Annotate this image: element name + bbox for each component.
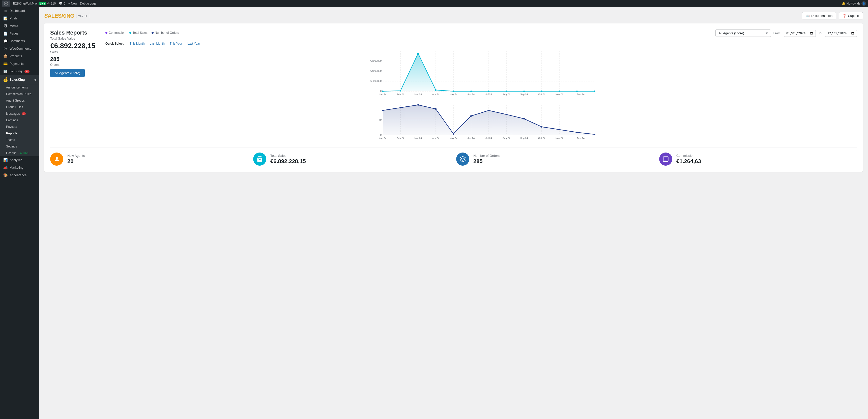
top-chart: €0 €2000000 €4000000 €6000000 xyxy=(105,49,857,99)
quick-select-this-month[interactable]: This Month xyxy=(130,42,145,45)
sidebar-item-appearance[interactable]: 🎨 Appearance xyxy=(0,171,39,179)
odp xyxy=(559,129,560,130)
sales-value: €6.892.228,15 xyxy=(50,42,95,50)
odp xyxy=(576,132,578,133)
orders-stat-label: Number of Orders xyxy=(473,154,500,158)
sidebar-item-comments[interactable]: 💬 Comments xyxy=(0,37,39,45)
pages-icon: 📄 xyxy=(3,32,7,36)
svg-text:Nov 24: Nov 24 xyxy=(556,137,563,139)
b2bking-icon: 🏢 xyxy=(3,69,7,73)
quick-select-label: Quick Select: xyxy=(105,42,125,45)
reports-title: Sales Reports xyxy=(50,30,95,36)
commission-stat-value: €1.264,63 xyxy=(676,158,701,165)
dp xyxy=(382,91,383,92)
legend-total-sales: Total Sales xyxy=(129,31,148,35)
stat-total-sales-data: Total Sales €6.892.228,15 xyxy=(270,154,306,165)
dp xyxy=(576,91,578,92)
svg-text:Jul 24: Jul 24 xyxy=(486,137,492,139)
legend-number-of-orders: Number of Orders xyxy=(152,31,179,35)
sidebar-subitem-announcements[interactable]: Announcements xyxy=(0,84,39,91)
documentation-button[interactable]: 📖 Documentation xyxy=(802,12,836,20)
sidebar-subitem-agent-groups[interactable]: Agent Groups xyxy=(0,97,39,104)
adminbar-howdy[interactable]: 🔔 Howdy, ds 👤 xyxy=(842,1,866,6)
dp xyxy=(488,91,490,92)
live-badge: Live xyxy=(39,2,46,5)
adminbar-new[interactable]: + New xyxy=(68,2,77,5)
sidebar-item-products[interactable]: 📦 Products xyxy=(0,53,39,60)
dp xyxy=(559,91,560,92)
sidebar-subitem-messages[interactable]: Messages 1 xyxy=(0,110,39,117)
sidebar-subitem-reports[interactable]: Reports xyxy=(0,130,39,137)
svg-text:€0: €0 xyxy=(379,90,382,93)
odp xyxy=(400,107,401,108)
sidebar-subitem-group-rules[interactable]: Group Rules xyxy=(0,104,39,110)
sidebar-item-payments[interactable]: 💳 Payments xyxy=(0,60,39,68)
quick-select-this-year[interactable]: This Year xyxy=(170,42,182,45)
quick-select: Quick Select: This Month Last Month This… xyxy=(105,42,857,45)
logo-area: SALESKING v1.7.11 xyxy=(44,12,89,19)
commission-dot xyxy=(105,32,107,34)
sidebar-subitem-settings[interactable]: Settings xyxy=(0,143,39,150)
sidebar-subitem-earnings[interactable]: Earnings xyxy=(0,117,39,124)
quick-select-last-month[interactable]: Last Month xyxy=(150,42,164,45)
reports-subtitle: Total Sales Value xyxy=(50,37,95,40)
wp-logo[interactable]: W xyxy=(2,0,10,6)
sidebar-item-media[interactable]: 🖼 Media xyxy=(0,22,39,30)
to-label: To: xyxy=(818,32,823,35)
sidebar-subitem-teams[interactable]: Teams xyxy=(0,137,39,143)
total-sales-icon xyxy=(253,153,266,166)
svg-text:Mar 24: Mar 24 xyxy=(414,137,422,139)
from-date-input[interactable] xyxy=(784,30,816,37)
agent-select[interactable]: All Agents (Store) xyxy=(715,30,771,37)
sidebar-item-analytics[interactable]: 📊 Analytics xyxy=(0,156,39,164)
sidebar-item-woocommerce[interactable]: 🛍 WooCommerce xyxy=(0,45,39,53)
bottom-stats: New Agents 20 Total Sales €6.892.228,15 xyxy=(50,147,857,166)
media-icon: 🖼 xyxy=(3,24,7,28)
svg-text:Sep 24: Sep 24 xyxy=(520,93,528,96)
odp xyxy=(523,118,525,120)
quick-select-last-year[interactable]: Last Year xyxy=(187,42,200,45)
odp xyxy=(453,133,454,135)
svg-text:Dec 24: Dec 24 xyxy=(577,93,585,96)
to-date-input[interactable] xyxy=(825,30,857,37)
adminbar-debug[interactable]: Debug Logs xyxy=(80,2,96,5)
svg-text:Apr 24: Apr 24 xyxy=(432,137,439,139)
svg-text:Oct 24: Oct 24 xyxy=(538,137,545,139)
adminbar-comments[interactable]: 💬 0 xyxy=(59,2,65,5)
sidebar-subitem-license[interactable]: License ✓ ACTIVE xyxy=(0,150,39,156)
total-sales-dot xyxy=(129,32,131,34)
sidebar-item-salesking[interactable]: 💰 SalesKing ◀ xyxy=(0,75,39,84)
marketing-icon: 📣 xyxy=(3,166,7,170)
admin-bar: W B2BKingWorkMac Live ⟳ 210 💬 0 + New De… xyxy=(0,0,868,7)
all-agents-button[interactable]: All Agents (Store) xyxy=(50,69,85,77)
commission-icon xyxy=(659,153,672,166)
sidebar-subitem-commission-rules[interactable]: Commission Rules xyxy=(0,91,39,97)
svg-text:0: 0 xyxy=(380,134,381,136)
svg-text:€6000000: €6000000 xyxy=(370,60,382,62)
svg-text:May 24: May 24 xyxy=(450,93,457,96)
salesking-icon: 💰 xyxy=(3,77,8,82)
posts-icon: 📝 xyxy=(3,17,7,21)
support-button[interactable]: ❓ Support xyxy=(839,12,863,20)
stat-commission-data: Commission €1.264,63 xyxy=(676,154,701,165)
svg-text:Apr 24: Apr 24 xyxy=(432,93,439,96)
stat-orders-data: Number of Orders 285 xyxy=(473,154,500,165)
sidebar-item-pages[interactable]: 📄 Pages xyxy=(0,30,39,37)
adminbar-number: 210 xyxy=(51,2,56,5)
messages-badge: 1 xyxy=(22,112,26,115)
svg-text:Aug 24: Aug 24 xyxy=(503,93,510,96)
dp xyxy=(470,91,472,92)
from-label: From: xyxy=(773,32,781,35)
sidebar-item-marketing[interactable]: 📣 Marketing xyxy=(0,164,39,171)
sidebar-item-b2bking[interactable]: 🏢 B2BKing 84 xyxy=(0,68,39,75)
adminbar-site[interactable]: B2BKingWorkMac Live ⟳ 210 xyxy=(13,2,56,5)
sidebar-item-posts[interactable]: 📝 Posts xyxy=(0,14,39,22)
sidebar-subitem-payouts[interactable]: Payouts xyxy=(0,124,39,130)
sidebar-item-dashboard[interactable]: ⊞ Dashboard xyxy=(0,7,39,14)
salesking-logo: SALESKING xyxy=(44,12,74,19)
reports-header: Sales Reports Total Sales Value €6.892.2… xyxy=(50,30,857,141)
dashboard-icon: ⊞ xyxy=(3,9,7,13)
svg-text:May 24: May 24 xyxy=(450,137,457,139)
comment-icon: 💬 xyxy=(59,2,63,5)
products-icon: 📦 xyxy=(3,54,7,58)
